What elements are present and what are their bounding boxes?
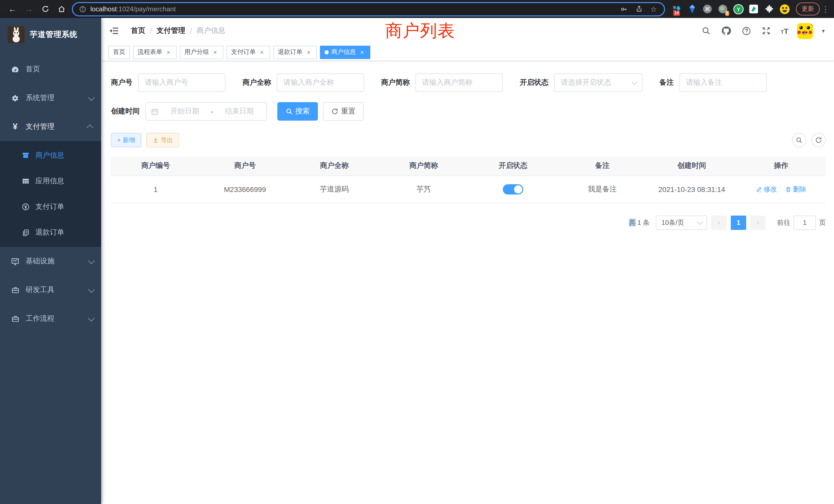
chevron-down-icon: [88, 94, 94, 100]
shop-icon: [22, 152, 30, 160]
table-row: 1 M233666999 芋道源码 芋艿 我是备注 2021-10-23 08:…: [111, 176, 826, 203]
extension-icon-emoji[interactable]: [779, 4, 790, 14]
help-icon[interactable]: [741, 25, 752, 37]
sidebar-item-merchant-info[interactable]: 商户信息: [0, 143, 101, 168]
avatar-caret-icon[interactable]: ▾: [822, 27, 825, 34]
sidebar-item-devtools[interactable]: 研发工具: [0, 276, 101, 304]
remark-input[interactable]: 请输入备注: [679, 73, 767, 92]
search-button[interactable]: 搜索: [277, 102, 318, 121]
close-icon[interactable]: ×: [165, 48, 172, 56]
user-avatar[interactable]: [797, 23, 813, 39]
sidebar-item-refund-order[interactable]: 退款订单: [0, 220, 101, 245]
tab-process-form[interactable]: 流程表单×: [133, 45, 177, 59]
extension-icon-pin[interactable]: [687, 4, 697, 14]
sidebar-item-pay-order[interactable]: 支付订单: [0, 194, 101, 220]
puzzle-extensions-icon[interactable]: [764, 4, 774, 14]
sidebar-collapse-icon[interactable]: [101, 18, 127, 44]
col-merchant-id: 商户编号: [111, 157, 200, 176]
tab-merchant-info[interactable]: 商户信息×: [320, 45, 370, 59]
breadcrumb-home[interactable]: 首页: [131, 26, 145, 36]
annotation-title: 商户列表: [385, 20, 455, 43]
status-select[interactable]: 请选择开启状态: [554, 73, 642, 92]
extension-icon-grammar[interactable]: [748, 4, 759, 14]
chevron-down-icon: [88, 315, 94, 321]
chevron-down-icon: [88, 257, 94, 264]
page-size-select[interactable]: 10条/页: [656, 215, 707, 230]
bookmark-star-icon[interactable]: ☆: [651, 5, 657, 13]
goto-page-input[interactable]: 1: [793, 215, 816, 230]
extension-badge: 1: [725, 11, 729, 16]
refresh-icon-button[interactable]: [811, 133, 826, 147]
monitor-chart-icon: [11, 257, 20, 266]
reload-icon[interactable]: [39, 2, 52, 16]
full-name-input[interactable]: 请输入商户全称: [277, 73, 364, 92]
close-icon[interactable]: ×: [358, 48, 366, 56]
yen-circle-icon: [22, 203, 30, 211]
breadcrumb-current: 商户信息: [197, 26, 225, 36]
top-navbar: 首页 / 支付管理 / 商户信息: [101, 18, 834, 44]
sidebar-item-app-info[interactable]: 应用信息: [0, 168, 101, 194]
col-merchant-no: 商户号: [200, 157, 290, 176]
prev-page-button[interactable]: ‹: [711, 215, 727, 230]
close-icon[interactable]: ×: [258, 48, 265, 56]
breadcrumb-pay[interactable]: 支付管理: [157, 26, 185, 36]
extension-icon-grid[interactable]: 10: [671, 4, 682, 14]
site-info-icon[interactable]: [79, 5, 86, 13]
col-short-name: 商户简称: [379, 157, 468, 176]
sidebar-item-workflow[interactable]: 工作流程: [0, 304, 101, 333]
sidebar-item-label: 基础设施: [26, 257, 88, 266]
close-icon[interactable]: ×: [212, 48, 219, 56]
filter-label: 商户简称: [381, 78, 410, 87]
export-button[interactable]: 导出: [146, 133, 179, 147]
page-number-1[interactable]: 1: [731, 215, 746, 230]
tab-home[interactable]: 首页: [108, 45, 130, 59]
browser-update-button[interactable]: 更新: [796, 3, 820, 16]
add-button[interactable]: + 新增: [111, 133, 141, 147]
merchant-table: 商户编号 商户号 商户全称 商户简称 开启状态 备注 创建时间 操作 1: [111, 157, 826, 203]
back-icon[interactable]: ←: [6, 2, 19, 16]
yen-icon: ¥: [11, 122, 20, 131]
tags-view-bar: 首页 流程表单× 用户分组× 支付订单× 退款订单× 商户信息×: [101, 44, 834, 61]
tab-pay-order[interactable]: 支付订单×: [226, 45, 270, 59]
fullscreen-icon[interactable]: [761, 25, 772, 37]
sidebar-item-pay[interactable]: ¥ 支付管理: [0, 112, 101, 141]
toolbox-icon: [11, 285, 20, 294]
browser-menu-icon[interactable]: ⋮: [822, 4, 829, 14]
extension-icon-notifier[interactable]: 1: [718, 4, 728, 14]
delete-button[interactable]: 删除: [785, 184, 806, 194]
filter-label: 备注: [659, 78, 674, 87]
sidebar-item-system[interactable]: 系统管理: [0, 84, 101, 112]
pagination: 共 1 条 10条/页 ‹ 1 › 前往 1 页: [111, 215, 826, 230]
forward-icon[interactable]: →: [22, 2, 36, 16]
status-toggle[interactable]: [503, 184, 523, 194]
share-icon[interactable]: [636, 5, 643, 13]
password-key-icon[interactable]: [620, 5, 628, 13]
dashboard-icon: [11, 65, 20, 74]
extension-icon-command[interactable]: ⌘: [702, 4, 713, 14]
search-icon[interactable]: [701, 25, 712, 37]
merchant-no-input[interactable]: 请输入商户号: [138, 73, 225, 92]
extension-icon-y[interactable]: Y: [733, 4, 744, 14]
tab-user-group[interactable]: 用户分组×: [180, 45, 223, 59]
app-logo: [8, 26, 25, 43]
sidebar-item-home[interactable]: 首页: [0, 55, 101, 84]
url-bar[interactable]: localhost:1024/pay/merchant ☆: [72, 2, 665, 16]
sidebar-item-label: 应用信息: [36, 177, 64, 186]
close-icon[interactable]: ×: [305, 48, 312, 56]
edit-button[interactable]: 修改: [756, 184, 777, 194]
github-icon[interactable]: [721, 25, 732, 37]
tab-refund-order[interactable]: 退款订单×: [273, 45, 317, 59]
short-name-input[interactable]: 请输入商户简称: [415, 73, 503, 92]
create-time-range-picker[interactable]: 开始日期 - 结束日期: [145, 102, 267, 121]
sidebar-item-label: 支付订单: [36, 202, 64, 211]
filter-label: 商户号: [111, 78, 132, 87]
reset-button[interactable]: 重置: [323, 102, 364, 121]
briefcase-icon: [11, 314, 20, 323]
chevron-down-icon: [697, 219, 703, 225]
next-page-button[interactable]: ›: [750, 215, 766, 230]
toggle-search-icon-button[interactable]: [792, 133, 806, 147]
home-icon[interactable]: [55, 2, 68, 16]
sidebar-item-infra[interactable]: 基础设施: [0, 247, 101, 276]
font-size-icon[interactable]: TT: [781, 27, 789, 35]
app-logo-row[interactable]: 芋道管理系统: [0, 18, 101, 51]
